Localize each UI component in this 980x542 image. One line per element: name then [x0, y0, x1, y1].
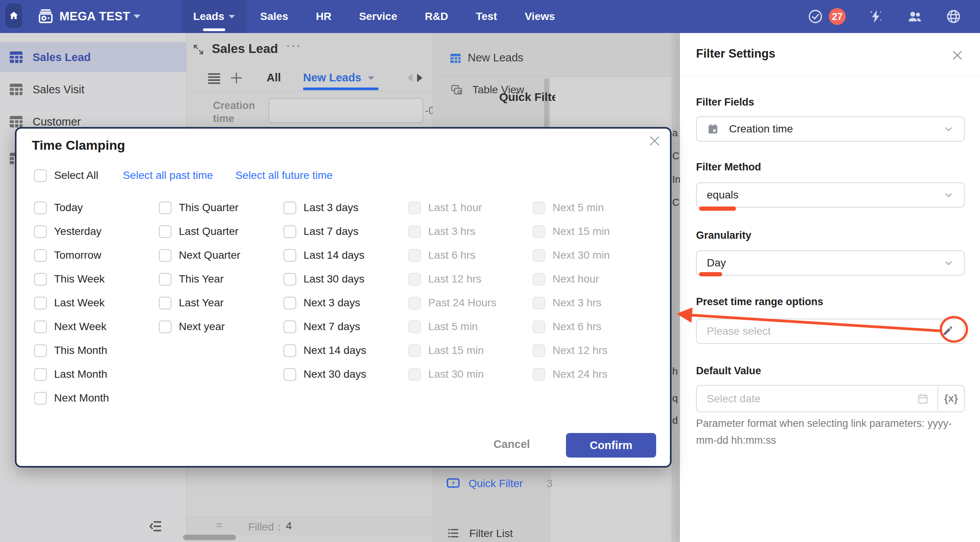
select-all-future-link[interactable]: Select all future time [235, 169, 333, 182]
check-circle-icon [807, 8, 823, 25]
view-list-icon[interactable] [207, 72, 221, 84]
people-icon [906, 8, 923, 25]
checkbox-last-14-days[interactable] [284, 249, 296, 262]
add-view-button[interactable] [230, 71, 243, 84]
nav-tab-hr[interactable]: HR [302, 0, 345, 33]
checkbox-next-quarter[interactable] [159, 249, 172, 262]
granularity-label: Granularity [696, 230, 751, 241]
close-icon[interactable] [648, 134, 662, 148]
checkbox-this-year[interactable] [159, 273, 172, 286]
checkbox-last-month[interactable] [34, 368, 47, 381]
checkbox-next-6-hrs [533, 321, 545, 333]
nav-tab-r-d[interactable]: R&D [411, 0, 462, 33]
app: MEGA TEST LeadsSalesHRServiceR&DTestView… [0, 0, 980, 542]
more-menu-icon[interactable]: ··· [286, 38, 301, 53]
nav-tab-label: Views [525, 10, 555, 23]
nav-item-label: Quick Filter [469, 478, 523, 490]
checkbox-next-7-days[interactable] [284, 321, 296, 333]
nav-tab-views[interactable]: Views [511, 0, 569, 33]
chevron-down-icon [943, 190, 954, 200]
sidebar-item-sales-visit[interactable]: Sales Visit [0, 74, 186, 104]
filter-method-select[interactable]: equals [696, 182, 965, 208]
select-all-label: Select All [54, 169, 98, 182]
language-button[interactable] [945, 8, 962, 25]
checkbox-label: Next 5 min [553, 202, 604, 214]
horizontal-scrollbar[interactable] [183, 535, 236, 540]
quick-filter-icon [446, 478, 459, 490]
checkbox-label: Last Month [54, 368, 107, 380]
automation-button[interactable] [868, 8, 884, 25]
checkbox-next-3-hrs [533, 297, 545, 309]
checkbox-yesterday[interactable] [34, 225, 47, 238]
checkbox-tomorrow[interactable] [34, 249, 47, 262]
checkbox-next-year[interactable] [159, 321, 172, 333]
checkbox-last-3-days[interactable] [284, 202, 296, 214]
granularity-select[interactable]: Day [696, 250, 965, 276]
checkbox-next-week[interactable] [34, 321, 47, 333]
checkbox-this-week[interactable] [34, 273, 47, 286]
calendar-outline-icon[interactable] [917, 393, 929, 405]
lightning-icon [868, 8, 884, 25]
nav-tab-test[interactable]: Test [462, 0, 511, 33]
nav-item-filter-list[interactable]: Filter List [447, 527, 513, 540]
checkbox-last-30-days[interactable] [284, 273, 296, 286]
pager-left-icon[interactable] [407, 74, 412, 82]
checkbox-next-24-hrs [533, 368, 545, 381]
nav-tab-label: Leads [193, 10, 224, 23]
select-all-checkbox[interactable] [34, 169, 47, 182]
checkbox-this-quarter[interactable] [159, 202, 172, 214]
checkbox-next-3-days[interactable] [284, 297, 296, 309]
collapse-sidebar-icon[interactable] [148, 520, 162, 533]
tasks-button[interactable] [807, 8, 823, 25]
table-icon [8, 82, 24, 97]
table-view-icon [450, 84, 463, 96]
nav-tab-leads[interactable]: Leads [182, 0, 246, 33]
home-button[interactable] [5, 3, 22, 28]
checkbox-label: Next 24 hrs [553, 368, 607, 380]
clipped-text-fragment: q [672, 392, 678, 404]
sidebar-item-sales-lead[interactable]: Sales Lead [0, 42, 186, 72]
checkbox-last-year[interactable] [159, 297, 172, 309]
confirm-button[interactable]: Confirm [566, 433, 656, 458]
time-option-row: Last 14 days [284, 243, 366, 267]
default-value-field[interactable]: Select date {x} [696, 385, 965, 412]
time-option-row: This Week [34, 267, 109, 291]
time-option-row: Last 7 days [284, 220, 366, 243]
globe-icon [945, 8, 962, 25]
checkbox-last-7-days[interactable] [284, 225, 296, 238]
checkbox-last-week[interactable] [34, 297, 47, 309]
creation-time-input[interactable] [269, 98, 423, 123]
nav-tab-sales[interactable]: Sales [246, 0, 302, 33]
checkbox-next-30-days[interactable] [284, 368, 296, 381]
expand-icon[interactable] [191, 43, 205, 56]
cancel-button[interactable]: Cancel [493, 438, 530, 451]
view-tab-all[interactable]: All [267, 71, 281, 84]
members-button[interactable] [906, 8, 923, 25]
variable-button[interactable]: {x} [938, 393, 964, 405]
workspace-chevron-down-icon[interactable] [134, 15, 140, 18]
nav-tab-service[interactable]: Service [345, 0, 411, 33]
checkbox-next-month[interactable] [34, 392, 47, 405]
filter-fields-select[interactable]: Creation time [696, 116, 965, 142]
nav-item-quick-filter[interactable]: Quick Filter 3 [446, 478, 553, 490]
checkbox-last-quarter[interactable] [159, 225, 172, 238]
active-tab-underline [303, 88, 378, 90]
checkbox-next-12-hrs [533, 344, 545, 357]
workspace-name[interactable]: MEGA TEST [59, 0, 130, 33]
pager-right-icon[interactable] [417, 74, 422, 82]
checkbox-today[interactable] [34, 202, 47, 214]
time-option-row: Next 5 min [533, 196, 610, 220]
edit-pencil-icon[interactable] [941, 325, 954, 338]
close-icon[interactable] [951, 49, 964, 62]
checkbox-next-hour [533, 273, 545, 286]
checkbox-next-14-days[interactable] [284, 344, 296, 357]
preset-range-field[interactable]: Please select [696, 319, 965, 344]
checkbox-label: Last 3 hrs [428, 225, 475, 238]
checkbox-label: Next Quarter [179, 249, 240, 261]
select-all-past-link[interactable]: Select all past time [123, 169, 213, 182]
view-tab-chevron-down-icon[interactable] [368, 76, 374, 80]
checkbox-this-month[interactable] [34, 344, 47, 357]
default-value-placeholder: Select date [707, 393, 761, 405]
view-tab-new-leads[interactable]: New Leads [303, 71, 361, 84]
checkbox-label: Tomorrow [54, 249, 101, 261]
